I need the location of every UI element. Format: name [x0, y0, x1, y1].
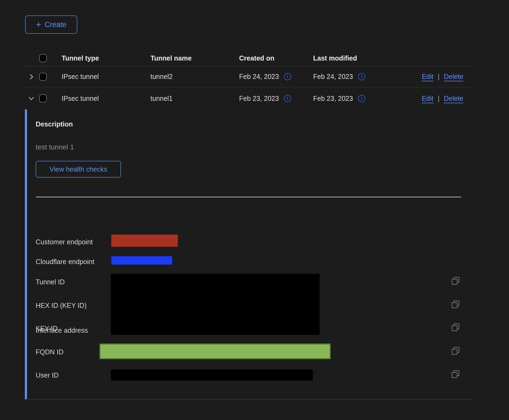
description-label: Description	[36, 120, 73, 128]
edit-link[interactable]: Edit	[422, 95, 433, 102]
tunnel-type-cell: IPsec tunnel	[62, 87, 99, 109]
info-icon[interactable]: i	[284, 95, 291, 102]
tunnel-details-panel: Description test tunnel 1 View health ch…	[25, 109, 471, 399]
created-on-value: Feb 23, 2023	[239, 95, 279, 102]
edit-link[interactable]: Edit	[422, 73, 433, 81]
info-icon[interactable]: i	[284, 73, 291, 80]
copy-icon[interactable]	[451, 276, 460, 285]
select-all-checkbox[interactable]	[39, 54, 47, 62]
column-header-tunnel-name: Tunnel name	[150, 50, 192, 66]
copy-icon[interactable]	[451, 300, 460, 309]
table-header-row: Tunnel type Tunnel name Created on Last …	[25, 50, 471, 66]
column-header-last-modified: Last modified	[313, 50, 357, 66]
row-checkbox[interactable]	[39, 94, 47, 102]
last-modified-value: Feb 23, 2023	[313, 95, 353, 102]
table-row: IPsec tunnel tunnel1 Feb 23, 2023 i Feb …	[25, 87, 471, 109]
column-header-created-on: Created on	[239, 50, 274, 66]
view-health-checks-button[interactable]: View health checks	[36, 161, 121, 178]
plus-icon: +	[36, 20, 41, 29]
customer-endpoint-redaction	[111, 235, 178, 247]
cloudflare-endpoint-label: Cloudflare endpoint	[36, 257, 94, 266]
ids-redaction	[111, 274, 320, 335]
user-id-label: User ID	[36, 371, 59, 379]
last-modified-value: Feb 24, 2023	[313, 73, 353, 81]
tunnel-name-cell: tunnel2	[150, 66, 173, 87]
info-icon[interactable]: i	[358, 95, 365, 102]
table-row: IPsec tunnel tunnel2 Feb 24, 2023 i Feb …	[25, 66, 471, 87]
chevron-right-icon[interactable]	[27, 72, 36, 81]
fqdn-id-label: FQDN ID	[36, 348, 63, 356]
create-button-label: Create	[45, 21, 66, 29]
copy-icon[interactable]	[451, 370, 460, 378]
key-id-label: KEY ID	[36, 324, 58, 333]
tunnel-name-cell: tunnel1	[150, 87, 173, 109]
action-separator: |	[438, 73, 440, 81]
column-header-tunnel-type: Tunnel type	[62, 50, 99, 66]
delete-link[interactable]: Delete	[444, 95, 463, 102]
tunnel-id-label: Tunnel ID	[36, 278, 65, 286]
copy-icon[interactable]	[451, 346, 460, 355]
chevron-down-icon[interactable]	[27, 94, 36, 103]
delete-link[interactable]: Delete	[444, 73, 463, 81]
row-checkbox[interactable]	[39, 73, 47, 81]
copy-icon[interactable]	[451, 323, 460, 332]
tunnel-type-cell: IPsec tunnel	[62, 66, 99, 87]
create-button[interactable]: + Create	[25, 15, 77, 34]
fqdn-id-redaction	[99, 344, 331, 359]
customer-endpoint-label: Customer endpoint	[36, 238, 93, 246]
action-separator: |	[438, 95, 440, 102]
section-divider	[36, 197, 461, 197]
description-value: test tunnel 1	[36, 143, 74, 151]
user-id-redaction	[111, 369, 313, 381]
created-on-value: Feb 24, 2023	[239, 73, 279, 81]
tunnels-page: + Create Tunnel type Tunnel name Created…	[0, 0, 509, 420]
info-icon[interactable]: i	[358, 73, 365, 80]
cloudflare-endpoint-redaction	[111, 256, 172, 265]
hex-id-label: HEX ID (KEY ID)	[36, 301, 86, 310]
